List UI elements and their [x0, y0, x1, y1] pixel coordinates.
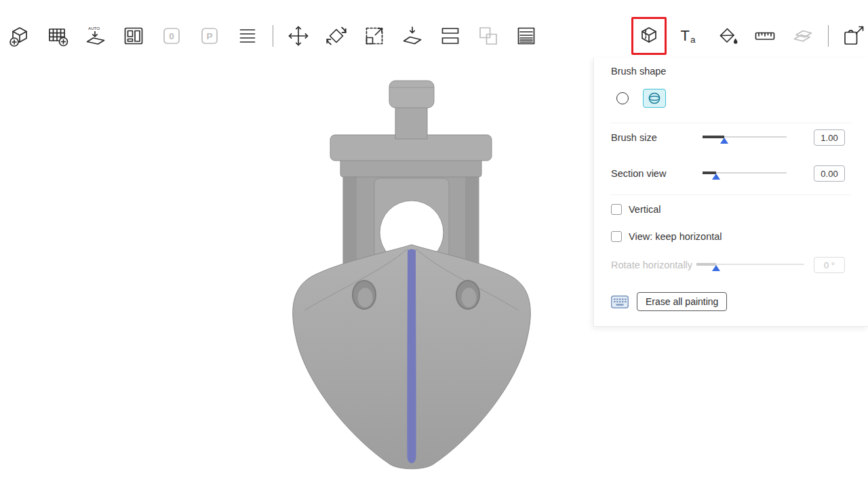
rotate-horizontally-row: Rotate horizontally 0 °	[611, 257, 845, 273]
rotate-horizontally-slider[interactable]	[696, 260, 804, 270]
variable-layer-height-icon	[514, 24, 538, 48]
seam-painting-panel: Brush shape Brush size 1.00 Section view	[593, 58, 868, 327]
add-plate-button[interactable]	[43, 20, 72, 52]
text-tool-icon: T a	[677, 24, 701, 48]
move-icon	[286, 24, 311, 48]
seam-painting-button[interactable]	[635, 20, 663, 52]
brush-size-slider[interactable]	[703, 132, 787, 143]
vertical-label: Vertical	[629, 204, 661, 215]
keep-horizontal-row: View: keep horizontal	[611, 231, 845, 242]
arrange-icon	[121, 24, 146, 48]
auto-orient-button[interactable]: AUTO	[81, 20, 110, 52]
brush-shape-label: Brush shape	[611, 66, 666, 77]
object-list-button[interactable]	[233, 20, 262, 52]
svg-text:AUTO: AUTO	[88, 26, 100, 30]
panel-divider	[611, 123, 851, 123]
toolbar-separator	[828, 25, 829, 47]
plate-p-icon: P	[197, 24, 222, 48]
split-to-objects-button[interactable]	[436, 20, 465, 52]
arrange-button[interactable]	[119, 20, 148, 52]
auto-orient-icon: AUTO	[83, 24, 108, 48]
split-to-objects-icon	[438, 24, 462, 48]
rotate-horizontally-label: Rotate horizontally	[611, 260, 692, 270]
plate-next-button[interactable]: P	[195, 20, 224, 52]
seam-stripe	[407, 249, 416, 464]
benchy-model-viewport[interactable]	[256, 77, 568, 478]
panel-divider	[611, 195, 851, 195]
add-object-icon	[7, 24, 32, 48]
plugins-button[interactable]	[840, 20, 868, 52]
circle-brush-icon	[616, 92, 629, 104]
brush-shape-row: Brush shape	[611, 66, 845, 77]
svg-text:0: 0	[169, 31, 174, 41]
active-tool-highlight	[631, 17, 667, 55]
brush-size-label: Brush size	[611, 132, 703, 143]
vertical-checkbox[interactable]	[611, 204, 622, 215]
brush-size-row: Brush size 1.00	[611, 129, 845, 146]
slider-thumb[interactable]	[720, 138, 728, 144]
scale-icon	[362, 24, 387, 48]
assembly-button[interactable]	[789, 20, 817, 52]
section-view-row: Section view 0.00	[611, 165, 845, 182]
svg-text:a: a	[690, 35, 696, 45]
place-on-face-button[interactable]	[398, 20, 427, 52]
section-view-value[interactable]: 0.00	[814, 165, 845, 182]
brush-shape-circle-option[interactable]	[611, 89, 634, 108]
svg-text:T: T	[681, 27, 690, 44]
brush-shape-sphere-option[interactable]	[643, 89, 666, 108]
section-view-slider[interactable]	[703, 168, 787, 179]
erase-row: Erase all painting	[611, 292, 845, 311]
rotate-button[interactable]	[322, 20, 351, 52]
add-plate-icon	[45, 24, 70, 48]
slider-thumb[interactable]	[712, 265, 720, 271]
add-object-button[interactable]	[5, 20, 34, 52]
plate-0-icon: 0	[159, 24, 184, 48]
place-on-face-icon	[400, 24, 425, 48]
sphere-brush-icon	[648, 92, 661, 105]
measure-icon	[753, 24, 777, 48]
slider-thumb[interactable]	[712, 174, 720, 180]
main-toolbar: AUTO 0 P	[0, 18, 868, 54]
keyboard-shortcut-icon[interactable]	[611, 296, 629, 308]
measure-button[interactable]	[751, 20, 779, 52]
move-button[interactable]	[284, 20, 313, 52]
toolbar-separator	[273, 25, 273, 47]
plate-prev-button[interactable]: 0	[157, 20, 186, 52]
assembly-icon	[791, 24, 815, 48]
variable-layer-height-button[interactable]	[512, 20, 540, 52]
split-to-parts-icon	[476, 24, 500, 48]
color-painting-button[interactable]	[713, 20, 741, 52]
split-to-parts-button[interactable]	[474, 20, 502, 52]
svg-text:P: P	[206, 31, 212, 41]
object-list-icon	[235, 24, 260, 48]
text-tool-button[interactable]: T a	[675, 20, 703, 52]
keep-horizontal-checkbox[interactable]	[611, 231, 622, 242]
rotate-icon	[324, 24, 349, 48]
color-painting-icon	[715, 24, 739, 48]
keep-horizontal-label: View: keep horizontal	[629, 231, 722, 242]
benchy-roof	[330, 135, 492, 177]
vertical-row: Vertical	[611, 204, 845, 215]
section-view-label: Section view	[611, 168, 703, 179]
brush-size-value[interactable]: 1.00	[814, 129, 845, 146]
plugins-icon	[842, 24, 866, 48]
brush-shape-options	[611, 89, 845, 108]
benchy-chimney	[389, 81, 434, 139]
erase-all-painting-button[interactable]: Erase all painting	[637, 292, 727, 311]
rotate-horizontally-value[interactable]: 0 °	[814, 257, 845, 273]
seam-painting-icon	[637, 24, 661, 48]
scale-button[interactable]	[360, 20, 389, 52]
